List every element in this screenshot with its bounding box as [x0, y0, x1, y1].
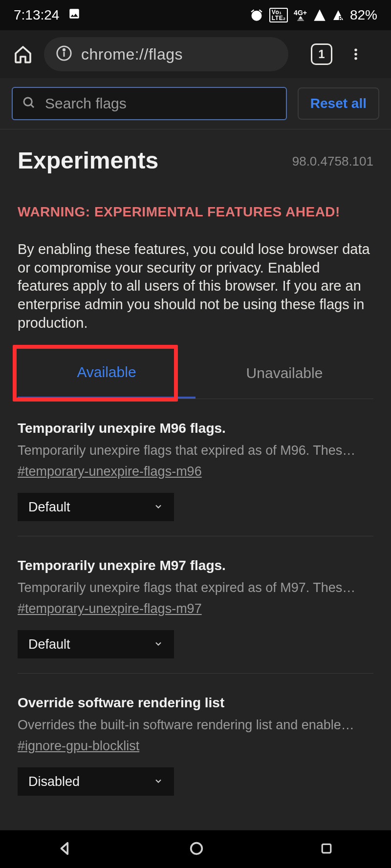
svg-text:R: R — [339, 16, 343, 21]
svg-point-4 — [354, 49, 357, 52]
svg-point-3 — [63, 49, 65, 50]
search-input[interactable] — [45, 95, 277, 112]
svg-marker-9 — [62, 843, 68, 854]
flag-title: Override software rendering list — [18, 695, 373, 711]
nav-recents-button[interactable] — [319, 841, 334, 858]
browser-toolbar: chrome://flags 1 — [0, 30, 391, 78]
alarm-icon — [250, 8, 263, 22]
chevron-down-icon — [153, 637, 163, 652]
tabs: Available Unavailable — [18, 348, 373, 399]
flag-hash-link[interactable]: #temporary-unexpire-flags-m96 — [18, 464, 202, 479]
svg-rect-11 — [322, 844, 331, 853]
svg-point-6 — [354, 57, 357, 60]
page-info-icon[interactable] — [56, 45, 72, 64]
warning-description: By enabling these features, you could lo… — [18, 240, 373, 332]
flag-hash-link[interactable]: #ignore-gpu-blocklist — [18, 739, 139, 754]
svg-point-7 — [24, 98, 32, 106]
flag-select[interactable]: Default — [18, 493, 174, 521]
chevron-down-icon — [153, 774, 163, 789]
reset-all-button[interactable]: Reset all — [298, 87, 379, 120]
svg-point-5 — [354, 53, 357, 56]
version-label: 98.0.4758.101 — [292, 154, 373, 169]
svg-line-8 — [31, 105, 34, 107]
svg-point-10 — [191, 843, 202, 854]
search-icon — [22, 95, 36, 112]
page-content: Reset all Experiments 98.0.4758.101 WARN… — [0, 78, 391, 830]
flag-desc: Overrides the built-in software renderin… — [18, 718, 373, 733]
flag-item: Override software rendering list Overrid… — [18, 674, 373, 810]
flag-hash-link[interactable]: #temporary-unexpire-flags-m97 — [18, 601, 202, 616]
flag-select-value: Default — [28, 637, 70, 652]
flag-select[interactable]: Default — [18, 630, 174, 658]
overflow-menu-button[interactable] — [345, 43, 367, 65]
flag-desc: Temporarily unexpire flags that expired … — [18, 580, 373, 595]
chevron-down-icon — [153, 500, 163, 515]
url-text: chrome://flags — [81, 45, 183, 64]
flag-select-value: Default — [28, 500, 70, 515]
flag-title: Temporarily unexpire M96 flags. — [18, 421, 373, 436]
flag-select-value: Disabled — [28, 774, 80, 789]
signal-icon — [313, 8, 326, 22]
home-button[interactable] — [12, 43, 34, 65]
flag-item: Temporarily unexpire M97 flags. Temporar… — [18, 536, 373, 674]
url-bar[interactable]: chrome://flags — [44, 37, 288, 71]
picture-icon — [68, 7, 81, 23]
search-row: Reset all — [0, 78, 391, 129]
nav-home-button[interactable] — [188, 840, 205, 859]
lte-badge-icon: Vo1LTE2 — [269, 8, 288, 22]
tab-unavailable[interactable]: Unavailable — [196, 348, 373, 399]
flag-desc: Temporarily unexpire flags that expired … — [18, 443, 373, 458]
nav-back-button[interactable] — [57, 840, 74, 859]
warning-headline: WARNING: EXPERIMENTAL FEATURES AHEAD! — [18, 204, 373, 220]
system-nav-bar — [0, 830, 391, 868]
tab-switcher-button[interactable]: 1 — [311, 43, 332, 65]
page-title: Experiments — [18, 147, 158, 174]
battery-text: 82% — [350, 7, 377, 23]
flag-item: Temporarily unexpire M96 flags. Temporar… — [18, 399, 373, 536]
search-field[interactable] — [12, 87, 287, 120]
flag-title: Temporarily unexpire M97 flags. — [18, 558, 373, 573]
tab-count-label: 1 — [318, 47, 325, 61]
flag-select[interactable]: Disabled — [18, 767, 174, 796]
signal2-icon: R — [332, 9, 344, 21]
status-time: 7:13:24 — [14, 7, 59, 23]
network-4g-icon: 4G+ — [294, 9, 307, 21]
tab-available[interactable]: Available — [18, 348, 196, 399]
status-bar: 7:13:24 Vo1LTE2 4G+ R 82% — [0, 0, 391, 30]
